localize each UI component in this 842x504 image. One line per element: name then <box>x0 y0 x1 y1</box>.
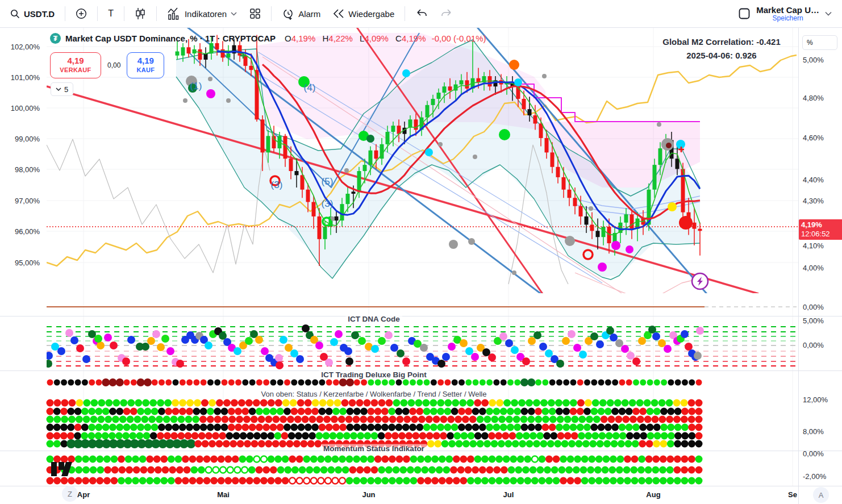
momentum-row-1-dot <box>261 456 267 463</box>
time-axis-label[interactable]: Mai <box>217 490 230 499</box>
status-row-dot <box>562 399 570 407</box>
candle-body <box>568 190 572 198</box>
bar-count-dropdown[interactable]: 5 <box>51 82 73 96</box>
alert-button[interactable]: Alarm <box>277 4 325 23</box>
time-axis-label[interactable]: Jun <box>362 490 375 499</box>
status-row-dot <box>68 399 76 407</box>
replay-button[interactable]: Wiedergabe <box>328 6 399 22</box>
chart-style-button[interactable] <box>130 4 151 23</box>
kerzenfarbe-row-dot <box>256 408 263 415</box>
candle-body <box>363 165 367 171</box>
bigpoint-row-dot <box>480 380 486 386</box>
wolkenfarbe-row-dot <box>148 416 156 423</box>
chevron-down-icon[interactable] <box>825 11 832 16</box>
zoom-out-label: Z <box>68 490 72 498</box>
momentum-row-1-dot <box>346 456 353 463</box>
redo-button[interactable] <box>436 6 457 22</box>
momentum-row-3-dot <box>132 477 139 485</box>
bigpoint-row-dot <box>263 380 269 386</box>
candle-body <box>227 53 231 57</box>
momentum-row-1-dot <box>125 456 132 463</box>
momentum-row-2-dot <box>536 466 544 474</box>
trend-row-dot <box>507 424 514 431</box>
momentum-row-2-dot <box>580 466 587 474</box>
welle-row-dot <box>695 440 703 448</box>
momentum-row-1-dot <box>574 456 581 463</box>
momentum-row-2-dot <box>587 466 594 474</box>
setter-row-dot <box>564 432 572 440</box>
momentum-row-3-dot <box>595 477 603 485</box>
dna-dot <box>621 345 629 353</box>
layout-square-icon[interactable] <box>738 7 751 20</box>
trend-row-dot <box>465 424 472 431</box>
wolkenfarbe-row-dot <box>644 416 652 423</box>
momentum-row-2-dot <box>270 466 277 474</box>
bigpoint-row-dot <box>465 380 472 386</box>
time-axis-label[interactable]: Se <box>788 490 797 499</box>
setter-row-dot <box>170 432 178 440</box>
momentum-row-2-dot <box>464 466 472 474</box>
setter-row-dot <box>322 432 330 440</box>
indicators-label: Indikatoren <box>185 9 227 19</box>
sell-button[interactable]: 4,19 VERKAUF <box>50 52 101 78</box>
compare-add-button[interactable] <box>71 5 91 23</box>
pane-separator[interactable] <box>0 486 842 486</box>
wolkenfarbe-row-dot <box>331 416 338 423</box>
setter-row-dot <box>164 432 171 440</box>
dna-dot <box>533 331 541 339</box>
status-row-dot <box>629 399 636 407</box>
bigpoint-row-dot <box>326 380 332 386</box>
momentum-row-2-dot <box>695 466 703 474</box>
signal-dot <box>626 245 633 253</box>
chart-legend[interactable]: ₮ Market Cap USDT Dominance, % · 1T · CR… <box>50 33 486 44</box>
buy-button[interactable]: 4,19 KAUF <box>127 52 164 78</box>
kerzenfarbe-row-dot <box>277 408 284 415</box>
momentum-row-3-dot <box>481 477 489 485</box>
momentum-row-2-dot <box>327 466 335 474</box>
kerzenfarbe-row-dot <box>395 408 402 415</box>
welle-row-dot <box>582 440 590 448</box>
momentum-row-2-dot <box>82 466 90 474</box>
indicators-button[interactable]: Indikatoren <box>162 4 241 23</box>
kerzenfarbe-row-dot <box>562 408 570 415</box>
save-button[interactable]: Speichern <box>756 15 819 22</box>
pane-separator[interactable] <box>0 316 842 316</box>
setter-row-dot <box>212 432 219 440</box>
left-axis-label: 101,00% <box>0 73 40 82</box>
momentum-row-2-dot <box>111 466 119 474</box>
welle-row-dot <box>575 440 582 448</box>
wolkenfarbe-row-dot <box>287 416 294 423</box>
zoom-out-button[interactable]: Z <box>62 486 78 502</box>
momentum-row-1-dot <box>610 456 617 463</box>
interval-button[interactable]: T <box>103 5 118 22</box>
bigpoint-row-dot <box>598 380 605 386</box>
chart-surface[interactable]: (1)(3)(4)(5)(3) ₮ Market Cap USDT Domina… <box>0 27 842 504</box>
welle-row-dot <box>477 440 484 448</box>
wolkenfarbe-row-dot <box>105 416 112 423</box>
momentum-row-1-dot <box>510 456 517 463</box>
templates-button[interactable] <box>245 5 265 23</box>
percent-scale-button[interactable]: % <box>802 35 837 50</box>
status-row-dot <box>459 399 466 407</box>
right-axis-label: 4,10% <box>803 241 824 250</box>
trend-row-dot <box>472 424 480 431</box>
time-axis-label[interactable]: Apr <box>77 490 90 499</box>
symbol-search-button[interactable]: USDT.D <box>6 6 59 22</box>
kerzenfarbe-row-dot <box>472 408 480 415</box>
trend-row-dot <box>67 424 74 431</box>
status-row-dot <box>186 399 194 407</box>
candle-body <box>391 126 395 132</box>
momentum-row-1-dot <box>666 456 674 463</box>
undo-button[interactable] <box>411 6 432 22</box>
welle-row-dot <box>540 440 547 448</box>
status-row-dot <box>688 399 695 407</box>
auto-fit-button[interactable]: A <box>813 487 829 503</box>
time-axis-label[interactable]: Aug <box>646 490 660 499</box>
layout-menu[interactable]: Market Cap U… Speichern <box>756 6 819 22</box>
time-axis-label[interactable]: Jul <box>503 490 514 499</box>
setter-row-dot <box>640 432 647 440</box>
momentum-row-1-dot <box>232 456 239 463</box>
wolkenfarbe-row-dot <box>134 416 141 423</box>
dna-dot <box>296 355 304 363</box>
wolkenfarbe-row-dot <box>112 416 119 423</box>
